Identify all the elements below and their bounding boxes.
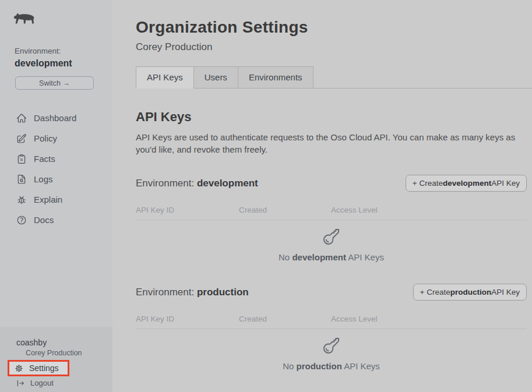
tab-api-keys[interactable]: API Keys	[136, 66, 194, 89]
empty-text-env: production	[296, 361, 341, 371]
create-button-prefix: + Create	[413, 179, 443, 188]
logout-icon	[16, 379, 24, 387]
sidebar: Environment: development Switch → Dashbo…	[0, 0, 112, 392]
oso-bear-logo-icon	[12, 12, 37, 27]
page-subtitle: Corey Production	[136, 41, 527, 53]
app-window: Environment: development Switch → Dashbo…	[0, 0, 532, 392]
logout-button[interactable]: Logout	[16, 379, 112, 387]
api-keys-section-development: Environment: development + Create develo…	[136, 175, 527, 262]
api-key-table-header: API Key ID Created Access Level	[136, 206, 527, 220]
settings-tabbar: API Keys Users Environments	[136, 66, 532, 89]
column-access-level: Access Level	[331, 206, 527, 214]
column-access-level: Access Level	[331, 315, 527, 323]
create-button-env: production	[450, 288, 492, 296]
main-content: Organization Settings Corey Production A…	[112, 0, 532, 392]
environment-indicator: Environment: development	[15, 47, 112, 69]
empty-text-prefix: No	[279, 252, 292, 262]
empty-text: No production API Keys	[136, 361, 527, 371]
sidebar-item-dashboard[interactable]: Dashboard	[0, 108, 112, 128]
column-api-key-id: API Key ID	[136, 315, 239, 323]
env-section-title: Environment: production	[136, 287, 249, 298]
empty-text-suffix: API Keys	[342, 361, 380, 371]
question-circle-icon	[16, 215, 27, 225]
sidebar-item-label: Facts	[34, 154, 55, 164]
key-icon	[322, 337, 340, 355]
sidebar-item-policy[interactable]: Policy	[0, 128, 112, 149]
sidebar-item-facts[interactable]: Facts	[0, 149, 112, 169]
column-created: Created	[239, 315, 331, 323]
env-title-prefix: Environment:	[136, 287, 197, 298]
api-keys-description: API Keys are used to authenticate reques…	[136, 131, 527, 156]
key-icon	[322, 228, 340, 246]
create-button-env: development	[443, 179, 491, 188]
env-section-header: Environment: production + Create product…	[136, 284, 527, 301]
sidebar-nav: Dashboard Policy Facts Logs	[0, 108, 112, 230]
bug-icon	[16, 195, 27, 205]
api-key-table-header: API Key ID Created Access Level	[136, 315, 527, 329]
create-production-api-key-button[interactable]: + Create production API Key	[413, 284, 527, 301]
environment-value: development	[15, 58, 112, 69]
create-button-suffix: API Key	[491, 288, 520, 296]
page-title: Organization Settings	[136, 18, 527, 37]
empty-text-prefix: No	[283, 361, 296, 371]
sidebar-item-label: Docs	[34, 215, 54, 225]
settings-button[interactable]: Settings	[8, 360, 69, 376]
switch-environment-button[interactable]: Switch →	[15, 76, 94, 90]
sidebar-item-label: Explain	[34, 195, 62, 204]
env-title-name: production	[197, 287, 249, 298]
pencil-square-icon	[16, 133, 27, 144]
empty-text: No development API Keys	[136, 252, 527, 262]
create-development-api-key-button[interactable]: + Create development API Key	[406, 175, 527, 192]
environment-label: Environment:	[15, 47, 112, 55]
sidebar-user-section: coashby Corey Production Settings Logout	[0, 327, 112, 392]
document-search-icon	[16, 174, 27, 185]
home-icon	[16, 113, 27, 123]
env-title-prefix: Environment:	[136, 178, 197, 189]
sidebar-item-explain[interactable]: Explain	[0, 189, 112, 210]
tab-users[interactable]: Users	[193, 66, 238, 88]
sidebar-item-docs[interactable]: Docs	[0, 210, 112, 230]
empty-state-production: No production API Keys	[136, 337, 527, 371]
column-created: Created	[239, 206, 331, 214]
sidebar-item-label: Logs	[34, 174, 53, 184]
tab-environments[interactable]: Environments	[238, 66, 313, 88]
create-button-suffix: API Key	[491, 179, 520, 188]
empty-text-suffix: API Keys	[346, 252, 384, 262]
clipboard-icon	[16, 154, 27, 164]
empty-text-env: development	[292, 252, 346, 262]
env-section-title: Environment: development	[136, 178, 258, 189]
api-keys-section-production: Environment: production + Create product…	[136, 284, 527, 371]
sidebar-item-logs[interactable]: Logs	[0, 169, 112, 189]
env-section-header: Environment: development + Create develo…	[136, 175, 527, 192]
username: coashby	[16, 338, 112, 347]
sidebar-item-label: Policy	[34, 133, 57, 143]
column-api-key-id: API Key ID	[136, 206, 239, 214]
empty-state-development: No development API Keys	[136, 228, 527, 262]
create-button-prefix: + Create	[420, 288, 450, 296]
api-keys-heading: API Keys	[136, 110, 527, 125]
env-title-name: development	[197, 178, 258, 189]
gear-icon	[15, 364, 23, 373]
settings-label: Settings	[29, 363, 59, 373]
sidebar-item-label: Dashboard	[34, 113, 76, 123]
logout-label: Logout	[30, 379, 54, 387]
user-organization: Corey Production	[26, 349, 112, 357]
